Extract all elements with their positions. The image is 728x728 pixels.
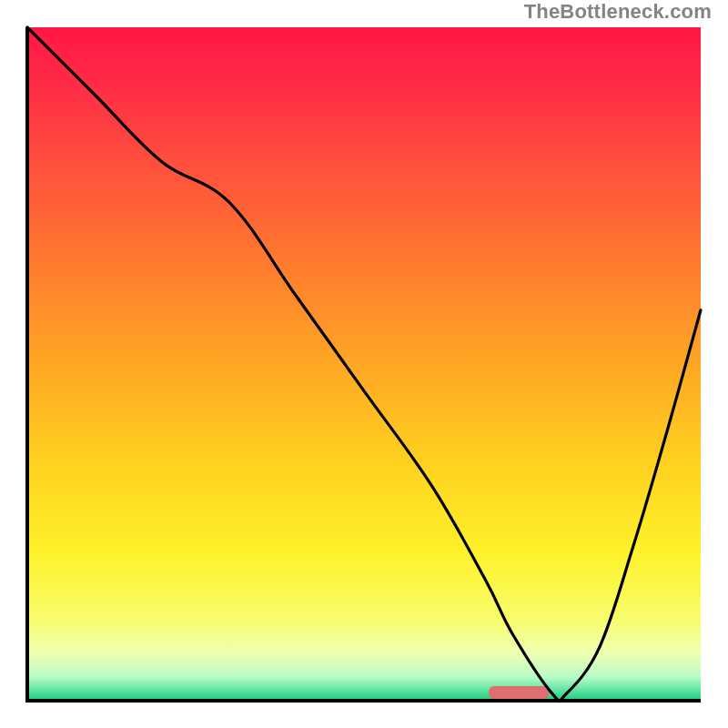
plot-area: [27, 27, 701, 702]
chart-svg: [0, 0, 728, 728]
optimal-marker: [489, 686, 550, 699]
watermark-text: TheBottleneck.com: [524, 0, 712, 24]
chart-canvas: [0, 0, 728, 728]
